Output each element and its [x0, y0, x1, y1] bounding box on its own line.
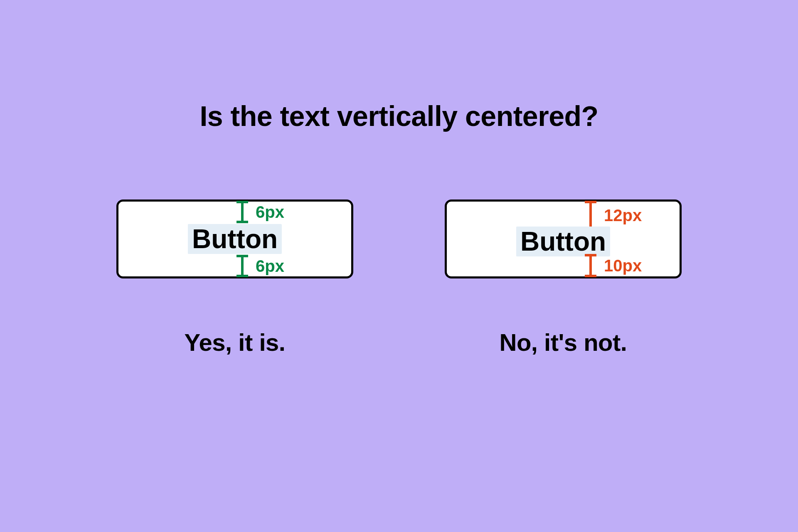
measure-bottom-centered: 6px	[235, 255, 284, 277]
measure-bottom-offcenter: 10px	[583, 254, 642, 277]
button-box-offcenter: 12px Button 10p	[445, 200, 682, 278]
caption-offcenter: No, it's not.	[500, 328, 627, 356]
button-box-centered: 6px Button 6px	[116, 200, 353, 278]
measure-top-centered: 6px	[235, 201, 284, 223]
measure-label: 12px	[604, 206, 642, 225]
diagram-title: Is the text vertically centered?	[0, 100, 798, 132]
button-label-offcenter: Button	[516, 227, 610, 256]
measure-label: 6px	[256, 203, 284, 222]
measure-label: 10px	[604, 256, 642, 275]
bracket-icon	[583, 254, 598, 277]
example-centered: 6px Button 6px	[116, 200, 353, 356]
button-label-centered: Button	[188, 224, 282, 254]
measure-top-offcenter: 12px	[583, 201, 642, 230]
bracket-icon	[235, 255, 250, 277]
bracket-icon	[235, 201, 250, 223]
measure-label: 6px	[256, 257, 284, 276]
diagram-canvas: Is the text vertically centered?	[0, 0, 798, 532]
examples-row: 6px Button 6px	[0, 200, 798, 356]
example-offcenter: 12px Button 10p	[445, 200, 682, 356]
caption-centered: Yes, it is.	[185, 328, 286, 356]
bracket-icon	[583, 201, 598, 230]
